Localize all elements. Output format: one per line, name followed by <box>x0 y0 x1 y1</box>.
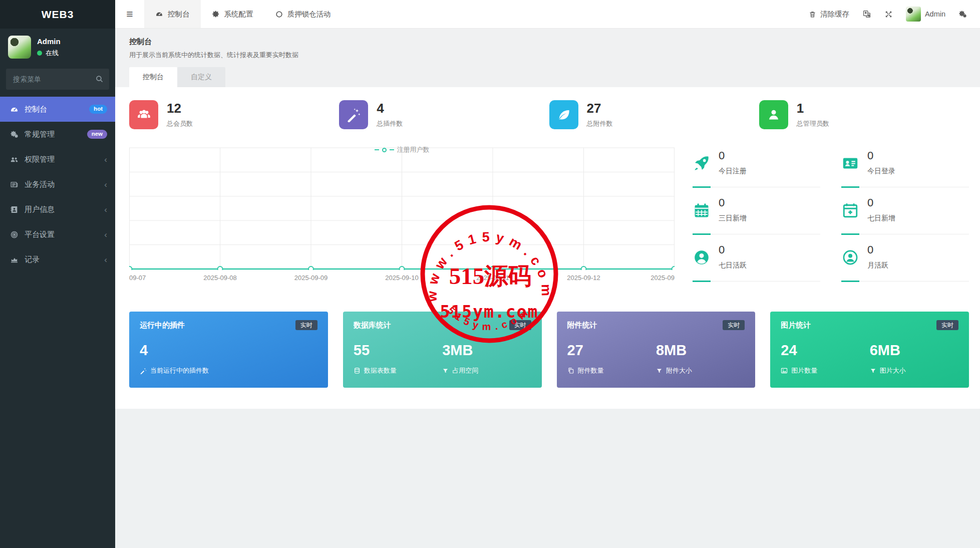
tab-label: 质押锁仓活动 <box>287 10 331 19</box>
language-icon[interactable] <box>862 10 871 19</box>
card-title: 图片统计 <box>781 321 811 330</box>
ministat-label: 七日活跃 <box>719 261 747 270</box>
card-metric-label: 当前运行中的插件数 <box>150 366 209 375</box>
ministat-today-login: 0 今日登录 <box>841 147 969 188</box>
sidebar-item-permissions[interactable]: 权限管理 ‹ <box>0 147 115 172</box>
card-value: 8MB <box>656 342 745 359</box>
stat-value: 4 <box>377 101 403 116</box>
calendar-icon <box>693 197 711 223</box>
sidebar-item-label: 常规管理 <box>25 130 87 139</box>
user-status-label: 在线 <box>46 49 59 58</box>
area-chart-icon <box>9 255 20 264</box>
topbar-tabs: 控制台 系统配置 质押锁仓活动 <box>144 0 342 28</box>
magic-wand-icon <box>339 100 368 129</box>
new-badge: new <box>87 130 107 139</box>
registered-users-chart: 注册用户数 09-07 2025-09-08 2025-09-09 2025-0… <box>129 147 675 289</box>
tab-staking-activity[interactable]: 质押锁仓活动 <box>264 0 342 28</box>
legend-marker-icon <box>382 148 387 152</box>
user-status: 在线 <box>37 49 61 58</box>
fullscreen-icon[interactable] <box>884 10 893 19</box>
ministat-value: 0 <box>867 196 895 209</box>
x-axis-labels: 09-07 2025-09-08 2025-09-09 2025-09-10 2… <box>129 272 675 285</box>
copy-icon <box>567 367 574 374</box>
dashboard-panel: 12 总会员数 4 总插件数 27 总附件数 <box>115 87 980 409</box>
ministat-value: 0 <box>867 243 888 256</box>
sidebar-item-activities[interactable]: 业务活动 ‹ <box>0 172 115 197</box>
ministat-underline <box>841 186 969 188</box>
calendar-plus-icon <box>841 197 859 223</box>
card-metric-label: 数据表数量 <box>364 366 397 375</box>
chevron-left-icon: ‹ <box>104 180 107 189</box>
gauge-icon <box>155 10 163 18</box>
ministat-label: 今日注册 <box>719 167 747 176</box>
clear-cache-button[interactable]: 清除缓存 <box>809 10 849 19</box>
card-value: 3MB <box>442 342 531 359</box>
tab-console[interactable]: 控制台 <box>129 67 177 87</box>
ministat-underline <box>841 281 969 282</box>
id-card-icon <box>841 150 859 176</box>
card-metric-label: 图片大小 <box>880 366 906 375</box>
tab-label: 系统配置 <box>224 10 253 19</box>
sidebar-item-label: 记录 <box>25 255 104 264</box>
stat-admins: 1 总管理员数 <box>759 100 969 129</box>
ministat-underline <box>693 281 820 282</box>
chevron-left-icon: ‹ <box>104 205 107 214</box>
sidebar-item-platform[interactable]: 平台设置 ‹ <box>0 222 115 247</box>
card-attachment-stats: 附件统计 实时 27 附件数量 8MB <box>557 312 756 388</box>
username: Admin <box>925 10 945 18</box>
sidebar-item-user-info[interactable]: 用户信息 ‹ <box>0 197 115 222</box>
chevron-left-icon: ‹ <box>104 230 107 239</box>
app-logo[interactable]: WEB3 <box>0 0 115 29</box>
card-value: 27 <box>567 342 656 359</box>
realtime-badge: 实时 <box>295 320 317 330</box>
tab-custom[interactable]: 自定义 <box>177 67 225 87</box>
search-icon[interactable] <box>95 75 104 83</box>
sidebar-item-general[interactable]: 常规管理 new <box>0 122 115 147</box>
ministat-label: 三日新增 <box>719 214 747 223</box>
card-title: 运行中的插件 <box>140 321 185 330</box>
legend-label: 注册用户数 <box>397 145 430 154</box>
search-input[interactable] <box>6 69 109 90</box>
user-circle-outline-icon <box>841 244 859 270</box>
rocket-icon <box>693 150 711 176</box>
stat-value: 1 <box>797 101 829 116</box>
card-value: 6MB <box>870 342 958 359</box>
sidebar-item-label: 平台设置 <box>25 230 104 239</box>
main-content: 控制台 用于展示当前系统中的统计数据、统计报表及重要实时数据 控制台 自定义 1… <box>115 29 980 409</box>
sidebar-item-dashboard[interactable]: 控制台 hot <box>0 97 115 122</box>
sidebar: WEB3 Admin 在线 控制台 hot 常规管理 <box>0 0 115 548</box>
card-title: 附件统计 <box>567 321 597 330</box>
users-icon <box>9 155 20 164</box>
user-name: Admin <box>37 37 61 46</box>
ministat-label: 七日新增 <box>867 214 895 223</box>
mini-stats-panel: 0 今日注册 0 今日登录 <box>693 147 969 289</box>
tab-dashboard[interactable]: 控制台 <box>144 0 201 28</box>
ministat-value: 0 <box>719 243 747 256</box>
card-database-stats: 数据库统计 实时 55 数据表数量 3MB <box>343 312 542 388</box>
card-metric-label: 占用空间 <box>452 366 478 375</box>
page-subtitle: 用于展示当前系统中的统计数据、统计报表及重要实时数据 <box>129 51 966 60</box>
stat-value: 12 <box>167 101 193 116</box>
stat-value: 27 <box>587 101 613 116</box>
stat-plugins: 4 总插件数 <box>339 100 549 129</box>
online-dot <box>37 51 42 56</box>
chevron-left-icon: ‹ <box>104 155 107 164</box>
sidebar-item-records[interactable]: 记录 ‹ <box>0 247 115 272</box>
stat-label: 总插件数 <box>377 119 403 128</box>
settings-cogs-icon[interactable] <box>958 10 967 19</box>
topbar-actions: 清除缓存 Admin <box>809 0 980 28</box>
x-tick-label: 2025-09-12 <box>567 274 600 282</box>
realtime-badge: 实时 <box>723 320 745 330</box>
hamburger-menu-icon[interactable]: ≡ <box>115 0 144 28</box>
sidebar-menu: 控制台 hot 常规管理 new 权限管理 ‹ 业务活动 ‹ <box>0 97 115 272</box>
chart-legend[interactable]: 注册用户数 <box>375 145 430 154</box>
gear-icon <box>212 10 220 18</box>
image-icon <box>781 367 788 374</box>
legend-line <box>375 149 379 150</box>
card-value: 24 <box>781 342 869 359</box>
sidebar-item-label: 权限管理 <box>25 155 104 164</box>
stat-label: 总会员数 <box>167 119 193 128</box>
user-menu[interactable]: Admin <box>906 7 945 22</box>
ministat-7day-new: 0 七日新增 <box>841 194 969 235</box>
tab-system-config[interactable]: 系统配置 <box>201 0 264 28</box>
